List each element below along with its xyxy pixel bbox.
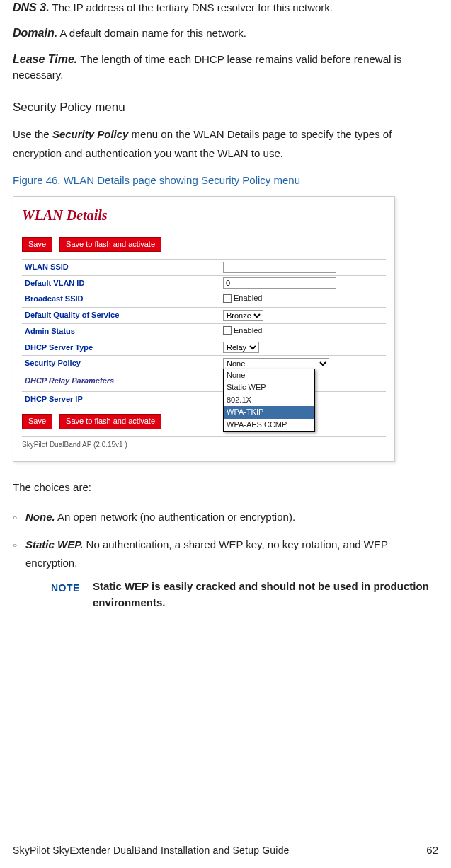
wlan-ssid-input[interactable] (223, 262, 336, 273)
row-dhcp-server-ip: DHCP Server IP (22, 391, 386, 407)
section-heading-security-policy: Security Policy menu (13, 99, 438, 116)
admin-status-enabled-text: Enabled (234, 325, 262, 336)
definition-domain: Domain. A default domain name for this n… (13, 25, 438, 41)
choice-term: Static WEP. (25, 538, 83, 550)
definition-dns3: DNS 3. The IP address of the tertiary DN… (13, 0, 438, 16)
save-button-bottom[interactable]: Save (22, 414, 52, 429)
save-button[interactable]: Save (22, 237, 52, 252)
definition-text: A default domain name for this network. (59, 27, 246, 39)
wlan-details-title: WLAN Details (22, 205, 386, 228)
choice-item-static-wep: Static WEP. No authentication, a shared … (25, 536, 438, 611)
row-dhcp-server-type: DHCP Server Type Relay (22, 340, 386, 355)
security-policy-select[interactable]: None (223, 358, 329, 369)
definition-term: Domain. (13, 27, 57, 39)
dropdown-option-8021x[interactable]: 802.1X (224, 394, 314, 406)
choice-item-none: None. An open network (no authentication… (25, 508, 438, 526)
choice-term: None. (25, 511, 55, 523)
save-flash-button[interactable]: Save to flash and activate (59, 237, 161, 252)
save-flash-button-bottom[interactable]: Save to flash and activate (59, 414, 161, 429)
figure-footer-version: SkyPilot DualBand AP (2.0.15v1 ) (22, 436, 386, 461)
admin-status-label: Admin Status (22, 323, 220, 340)
row-default-vlan: Default VLAN ID (22, 275, 386, 291)
page-footer-number: 62 (426, 843, 438, 857)
config-table: WLAN SSID Default VLAN ID Broadcast SSID… (22, 259, 386, 407)
button-row-top: Save Save to flash and activate (22, 237, 386, 252)
dropdown-option-wpa-tkip[interactable]: WPA-TKIP (224, 406, 314, 418)
dhcp-server-type-select[interactable]: Relay (223, 342, 259, 353)
broadcast-ssid-checkbox[interactable] (223, 294, 232, 303)
broadcast-ssid-label: Broadcast SSID (22, 291, 220, 308)
default-vlan-label: Default VLAN ID (22, 275, 220, 291)
choices-intro: The choices are: (13, 478, 438, 497)
page-footer: SkyPilot SkyExtender DualBand Installati… (13, 843, 438, 858)
choice-text: An open network (no authentication or en… (57, 511, 295, 523)
default-vlan-input[interactable] (223, 277, 336, 289)
qos-select[interactable]: Bronze (223, 310, 263, 321)
para-emphasis: Security Policy (52, 128, 129, 140)
row-broadcast-ssid: Broadcast SSID Enabled (22, 291, 386, 308)
dhcp-server-ip-label: DHCP Server IP (22, 391, 220, 407)
definition-term: Lease Time. (13, 53, 77, 65)
note-label: NOTE (51, 579, 80, 597)
note-text: Static WEP is easily cracked and should … (93, 579, 438, 611)
dropdown-option-wpa-aes[interactable]: WPA-AES:CCMP (224, 419, 314, 431)
section-paragraph: Use the Security Policy menu on the WLAN… (13, 125, 438, 163)
note-block: NOTE Static WEP is easily cracked and sh… (51, 579, 438, 611)
definition-lease-time: Lease Time. The length of time each DHCP… (13, 52, 438, 82)
row-wlan-ssid: WLAN SSID (22, 260, 386, 275)
row-security-policy: Security Policy None None Static WEP 802… (22, 356, 386, 371)
definition-text: The IP address of the tertiary DNS resol… (52, 1, 333, 13)
security-policy-label: Security Policy (22, 356, 220, 371)
page-footer-title: SkyPilot SkyExtender DualBand Installati… (13, 844, 290, 858)
dhcp-relay-params-label: DHCP Relay Parameters (22, 371, 386, 391)
qos-label: Default Quality of Service (22, 308, 220, 323)
admin-status-checkbox-wrap: Enabled (223, 325, 262, 336)
dropdown-option-static-wep[interactable]: Static WEP (224, 381, 314, 393)
broadcast-ssid-enabled-text: Enabled (234, 293, 262, 303)
button-row-bottom: Save Save to flash and activate (22, 414, 386, 429)
figure-caption: Figure 46. WLAN Details page showing Sec… (13, 173, 438, 187)
broadcast-ssid-checkbox-wrap: Enabled (223, 293, 262, 303)
dhcp-server-type-label: DHCP Server Type (22, 340, 220, 355)
dropdown-option-none[interactable]: None (224, 369, 314, 381)
security-policy-dropdown[interactable]: None Static WEP 802.1X WPA-TKIP WPA-AES:… (223, 369, 315, 432)
admin-status-checkbox[interactable] (223, 326, 232, 335)
choice-list: None. An open network (no authentication… (13, 508, 438, 611)
row-dhcp-relay-params: DHCP Relay Parameters (22, 371, 386, 391)
figure-wlan-details: WLAN Details Save Save to flash and acti… (13, 196, 395, 462)
row-qos: Default Quality of Service Bronze (22, 308, 386, 323)
row-admin-status: Admin Status Enabled (22, 323, 386, 340)
para-pre: Use the (13, 128, 52, 140)
wlan-ssid-label: WLAN SSID (22, 260, 220, 275)
definition-term: DNS 3. (13, 1, 50, 13)
